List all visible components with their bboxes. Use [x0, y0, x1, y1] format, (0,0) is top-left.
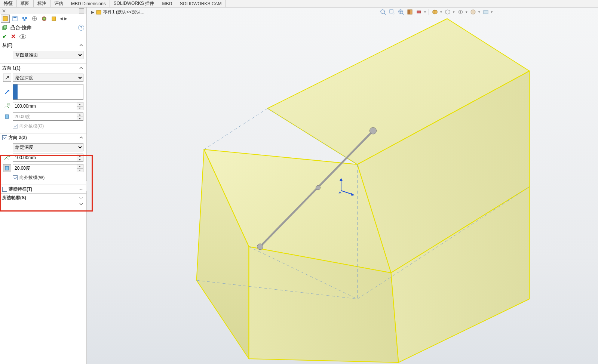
detailed-preview-icon[interactable] [19, 34, 26, 39]
dir1-draft-spinner[interactable]: ▲▼ [77, 112, 83, 121]
dir2-depth-spinner[interactable]: ▲▼ [77, 154, 83, 162]
section-contours: 所选轮廓(S) [0, 194, 86, 202]
dir2-draft-spinner[interactable]: ▲▼ [77, 164, 83, 172]
depth-d1-icon: D1 [3, 102, 11, 110]
dir2-depth-input[interactable] [13, 154, 77, 162]
display-manager-tab-icon[interactable] [40, 15, 49, 23]
section-direction-1-label: 方向 1(1) [2, 65, 21, 71]
feature-title: 凸台-拉伸 [10, 24, 31, 31]
svg-rect-1 [13, 16, 17, 21]
tab-annotate[interactable]: 标注 [34, 0, 50, 7]
svg-marker-49 [351, 193, 355, 196]
dir1-depth-input[interactable] [13, 102, 77, 110]
boss-extrude-icon [1, 24, 8, 31]
feature-manager-tab-icon[interactable] [1, 15, 10, 23]
draft-angle-d1-icon [3, 112, 11, 121]
panel-config-icon[interactable] [79, 8, 84, 13]
section-thin-feature: 薄壁特征(T) [0, 185, 86, 194]
feature-title-row: 凸台-拉伸 ? [0, 23, 86, 32]
configuration-manager-tab-icon[interactable] [20, 15, 29, 23]
close-icon[interactable] [2, 9, 6, 13]
property-manager-panel: ◀ ▶ 凸台-拉伸 ? ✔ ✕ 从(F) [0, 7, 87, 364]
section-contours-label: 所选轮廓(S) [2, 195, 26, 201]
tab-evaluate[interactable]: 评估 [50, 0, 67, 7]
help-icon[interactable]: ? [78, 25, 84, 31]
dir1-draft-outward-row: 向外拔模(O) [13, 123, 83, 129]
section-direction-2-label: 方向 2(2) [9, 135, 27, 141]
section-from: 从(F) 草图基准面 [0, 41, 86, 64]
reverse-direction-1-icon[interactable] [3, 74, 11, 82]
feature-confirm-row: ✔ ✕ [0, 32, 86, 41]
dir2-draft-outward-row: 向外拔模(W) [13, 175, 83, 181]
svg-point-45 [370, 127, 377, 134]
svg-marker-47 [340, 178, 343, 181]
dir1-draft-input[interactable] [13, 112, 77, 121]
direction-vector-icon [3, 88, 11, 96]
tab-features[interactable]: 特征 [0, 0, 17, 7]
collapse-icon [79, 66, 83, 70]
dir2-enable-checkbox[interactable] [2, 135, 7, 140]
svg-text:D1: D1 [7, 103, 10, 106]
section-thin-label: 薄壁特征(T) [9, 186, 32, 192]
tab-mbd-dims[interactable]: MBD Dimensions [67, 0, 110, 7]
dir1-depth-spinner[interactable]: ▲▼ [77, 102, 83, 110]
svg-rect-14 [5, 115, 9, 118]
svg-point-9 [42, 16, 46, 21]
svg-text:D2: D2 [7, 155, 10, 157]
manager-tab-icons: ◀ ▶ [0, 14, 86, 23]
svg-line-37 [204, 108, 268, 149]
collapse-icon [79, 135, 83, 140]
expand-icon [79, 187, 83, 191]
dir1-draft-outward-checkbox [13, 124, 18, 129]
section-direction-2-header[interactable]: 方向 2(2) [0, 133, 86, 142]
tab-mbd[interactable]: MBD [158, 0, 176, 7]
panel-config-row [0, 7, 86, 14]
dir2-draft-outward-checkbox[interactable] [13, 175, 18, 180]
cam-manager-tab-icon[interactable] [49, 15, 58, 23]
panel-tab-next-icon[interactable]: ▶ [64, 15, 68, 23]
section-from-header[interactable]: 从(F) [0, 41, 86, 49]
dimxpert-manager-tab-icon[interactable] [30, 15, 39, 23]
graphics-viewport[interactable]: ▶ 零件1 (默认<<默认... ▼ ▼ ▼ ▼ ▼ ▼ [87, 7, 598, 364]
dir2-draft-input[interactable] [13, 164, 77, 172]
svg-text:✶: ✶ [338, 190, 342, 195]
command-manager-tabs: 特征 草图 标注 评估 MBD Dimensions SOLIDWORKS 插件… [0, 0, 598, 7]
svg-rect-2 [13, 17, 16, 18]
svg-rect-0 [3, 16, 7, 21]
svg-rect-16 [5, 166, 9, 170]
section-contours-header[interactable]: 所选轮廓(S) [0, 194, 86, 202]
property-manager-tab-icon[interactable] [10, 15, 19, 23]
expand-icon [79, 195, 83, 200]
dir1-direction-reference-input[interactable] [13, 84, 83, 100]
svg-rect-12 [4, 25, 7, 29]
section-direction-1: 方向 1(1) 给定深度 [0, 64, 86, 133]
tab-sketch[interactable]: 草图 [17, 0, 34, 7]
tab-sw-cam[interactable]: SOLIDWORKS CAM [176, 0, 226, 7]
ok-icon[interactable]: ✔ [2, 33, 7, 40]
collapse-icon [79, 43, 83, 47]
panel-tab-prev-icon[interactable]: ◀ [59, 15, 64, 23]
section-direction-2: 方向 2(2) 给定深度 D2 ▲▼ [0, 133, 86, 185]
svg-rect-4 [25, 17, 27, 19]
section-thin-header[interactable]: 薄壁特征(T) [0, 185, 86, 193]
origin-triad: ✶ [337, 176, 360, 198]
thin-feature-checkbox[interactable] [2, 187, 7, 192]
svg-rect-3 [22, 17, 24, 19]
dir1-end-condition-select[interactable]: 给定深度 [13, 74, 83, 82]
tab-sw-addins[interactable]: SOLIDWORKS 插件 [110, 0, 159, 7]
dir2-end-condition-select[interactable]: 给定深度 [13, 143, 83, 151]
draft-angle-d2-icon[interactable] [3, 164, 11, 172]
svg-rect-5 [24, 19, 25, 21]
section-direction-1-header[interactable]: 方向 1(1) [0, 64, 86, 72]
svg-line-48 [341, 191, 352, 194]
dir2-draft-outward-label: 向外拔模(W) [19, 175, 45, 181]
svg-point-43 [257, 244, 263, 250]
section-from-label: 从(F) [2, 42, 12, 49]
depth-d2-icon: D2 [3, 154, 11, 162]
dir1-draft-outward-label: 向外拔模(O) [19, 123, 44, 129]
svg-rect-10 [52, 17, 56, 21]
svg-point-44 [316, 185, 321, 190]
from-plane-select[interactable]: 草图基准面 [13, 51, 83, 59]
cancel-icon[interactable]: ✕ [11, 33, 16, 40]
